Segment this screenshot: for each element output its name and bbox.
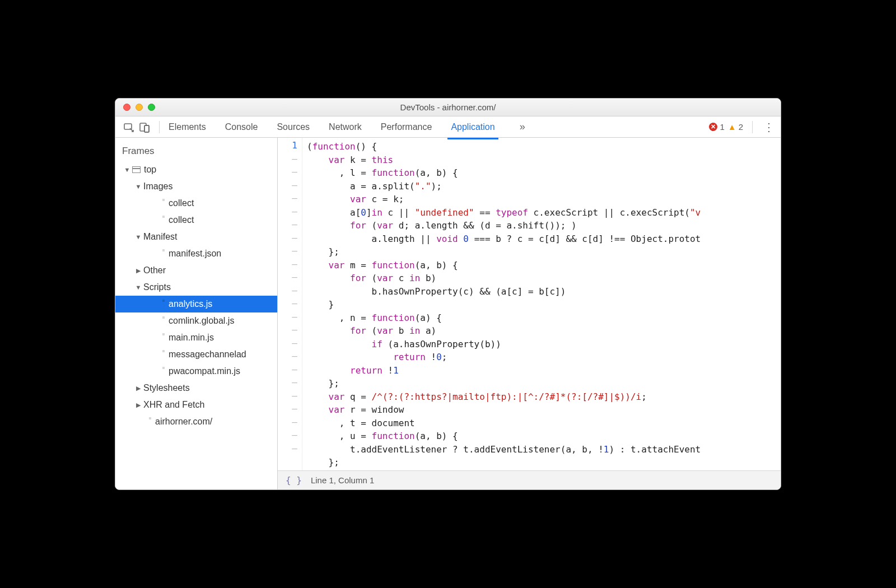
file-icon <box>157 316 165 326</box>
error-icon: ✕ <box>709 123 717 131</box>
fold-marker[interactable]: – <box>278 180 302 193</box>
tree-item-pwacompat-min-js[interactable]: pwacompat.min.js <box>115 363 277 380</box>
tree-item-main-min-js[interactable]: main.min.js <box>115 329 277 346</box>
fold-marker[interactable]: – <box>278 364 302 377</box>
chevron-down-icon[interactable]: ▼ <box>134 183 142 190</box>
tree-item-manifest[interactable]: ▼Manifest <box>115 228 277 245</box>
fold-marker[interactable]: – <box>278 377 302 390</box>
line-number[interactable]: 1 <box>278 140 302 153</box>
tree-item-label: comlink.global.js <box>169 316 234 326</box>
tab-console[interactable]: Console <box>224 118 259 137</box>
fold-marker[interactable]: – <box>278 245 302 259</box>
device-toolbar-icon[interactable] <box>139 122 150 133</box>
tab-network[interactable]: Network <box>328 118 363 137</box>
error-count[interactable]: ✕ 1 <box>709 122 724 132</box>
chevron-right-icon[interactable]: ▶ <box>134 385 142 392</box>
fold-marker[interactable]: – <box>278 166 302 180</box>
editor-statusbar: { } Line 1, Column 1 <box>278 470 781 489</box>
file-icon <box>157 350 165 360</box>
sidebar: Frames ▼top▼Imagescollectcollect▼Manifes… <box>115 138 278 489</box>
tab-elements[interactable]: Elements <box>167 118 207 137</box>
fold-marker[interactable]: – <box>278 430 302 443</box>
window-title: DevTools - airhorner.com/ <box>115 102 781 112</box>
fold-marker[interactable]: – <box>278 338 302 351</box>
tree-item-label: Scripts <box>143 282 171 292</box>
fold-marker[interactable]: – <box>278 272 302 285</box>
tree-item-scripts[interactable]: ▼Scripts <box>115 279 277 296</box>
error-count-value: 1 <box>720 122 724 132</box>
code-viewport[interactable]: 1––––––––––––––––––––––– (function() { v… <box>278 138 781 470</box>
fold-marker[interactable]: – <box>278 232 302 246</box>
toolbar-divider-2 <box>752 121 753 133</box>
fold-marker[interactable]: – <box>278 153 302 167</box>
fold-marker[interactable]: – <box>278 285 302 298</box>
tab-performance[interactable]: Performance <box>380 118 433 137</box>
tree-item-label: Stylesheets <box>143 383 190 393</box>
tree-item-label: XHR and Fetch <box>143 400 204 410</box>
sidebar-header: Frames <box>115 138 277 161</box>
tab-sources[interactable]: Sources <box>276 118 311 137</box>
titlebar: DevTools - airhorner.com/ <box>115 99 781 116</box>
fold-marker[interactable]: – <box>278 206 302 220</box>
tree-item-collect[interactable]: collect <box>115 212 277 228</box>
tree-item-label: Images <box>143 181 172 192</box>
pretty-print-icon[interactable]: { } <box>286 475 302 486</box>
close-window-button[interactable] <box>123 104 130 111</box>
tree-item-xhr-and-fetch[interactable]: ▶XHR and Fetch <box>115 396 277 413</box>
cursor-position: Line 1, Column 1 <box>311 475 374 485</box>
tree-item-label: top <box>144 165 156 175</box>
minimize-window-button[interactable] <box>136 104 143 111</box>
tree-item-label: manifest.json <box>169 249 221 259</box>
code-content: (function() { var k = this , l = functio… <box>302 138 781 470</box>
chevron-down-icon[interactable]: ▼ <box>123 166 131 173</box>
fold-marker[interactable]: – <box>278 219 302 232</box>
chevron-right-icon[interactable]: ▶ <box>134 402 142 409</box>
tree-item-label: messagechannelad <box>169 349 246 360</box>
fold-marker[interactable]: – <box>278 390 302 404</box>
fold-marker[interactable]: – <box>278 351 302 364</box>
fold-marker[interactable]: – <box>278 403 302 417</box>
tree-item-top[interactable]: ▼top <box>115 161 277 178</box>
tree-item-collect[interactable]: collect <box>115 195 277 212</box>
toolbar-divider <box>159 121 160 133</box>
inspect-element-icon[interactable] <box>123 122 134 133</box>
tree-item-label: Other <box>143 265 166 276</box>
chevron-down-icon[interactable]: ▼ <box>134 284 142 291</box>
main-body: Frames ▼top▼Imagescollectcollect▼Manifes… <box>115 138 781 489</box>
file-icon <box>157 367 165 376</box>
tree-item-messagechannelad[interactable]: messagechannelad <box>115 346 277 363</box>
tree-item-other[interactable]: ▶Other <box>115 262 277 279</box>
more-tabs-icon[interactable]: » <box>520 121 525 133</box>
settings-menu-icon[interactable]: ⋮ <box>763 120 775 134</box>
tab-application[interactable]: Application <box>450 118 496 137</box>
devtools-toolbar: Elements Console Sources Network Perform… <box>115 116 781 138</box>
tree-item-airhorner-com-[interactable]: airhorner.com/ <box>115 413 277 430</box>
tree-item-analytics-js[interactable]: analytics.js <box>115 296 277 312</box>
chevron-down-icon[interactable]: ▼ <box>134 234 142 240</box>
fold-marker[interactable]: – <box>278 298 302 311</box>
tree-item-manifest-json[interactable]: manifest.json <box>115 245 277 262</box>
chevron-right-icon[interactable]: ▶ <box>134 267 142 274</box>
maximize-window-button[interactable] <box>148 104 155 111</box>
tree-item-label: Manifest <box>143 232 177 242</box>
toolbar-right: ✕ 1 ▲ 2 ⋮ <box>709 120 775 134</box>
fold-marker[interactable]: – <box>278 417 302 430</box>
tree-item-label: pwacompat.min.js <box>169 366 240 376</box>
fold-marker[interactable]: – <box>278 311 302 325</box>
file-icon <box>143 417 151 427</box>
tree-item-images[interactable]: ▼Images <box>115 178 277 195</box>
fold-marker[interactable]: – <box>278 193 302 206</box>
file-icon <box>157 333 165 343</box>
tree-item-stylesheets[interactable]: ▶Stylesheets <box>115 380 277 396</box>
fold-marker[interactable]: – <box>278 443 302 456</box>
tree-item-label: airhorner.com/ <box>155 417 212 427</box>
fold-marker[interactable]: – <box>278 259 302 272</box>
tree-item-label: analytics.js <box>169 299 212 309</box>
svg-rect-2 <box>144 125 149 132</box>
file-icon <box>157 249 165 259</box>
tree-item-comlink-global-js[interactable]: comlink.global.js <box>115 312 277 329</box>
frame-icon <box>132 166 141 173</box>
file-icon <box>157 216 165 225</box>
warning-count[interactable]: ▲ 2 <box>728 122 743 132</box>
fold-marker[interactable]: – <box>278 324 302 338</box>
